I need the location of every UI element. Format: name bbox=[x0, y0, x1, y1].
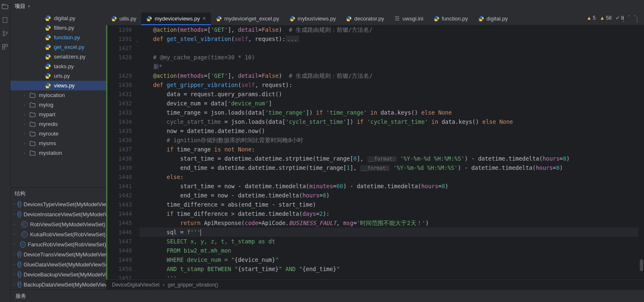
line-number[interactable]: 1435 bbox=[107, 126, 132, 136]
struct-item[interactable]: ›CKukaRobViewSet(RobViewSet) bbox=[10, 229, 106, 239]
bookmark-icon[interactable] bbox=[2, 17, 8, 23]
struct-item[interactable]: ›CGlueDataViewSet(MyModelViewSet) bbox=[10, 259, 106, 269]
line-number[interactable]: 1430 bbox=[107, 80, 132, 90]
line-number[interactable]: 1440 bbox=[107, 172, 132, 182]
code-line[interactable]: if time_difference > datetime.timedelta(… bbox=[139, 209, 638, 218]
line-number[interactable]: 1428 bbox=[107, 53, 132, 62]
tree-item-get_excel-py[interactable]: get_excel.py bbox=[10, 42, 106, 52]
code-line[interactable]: if time_range is not None: bbox=[139, 145, 638, 154]
project-header[interactable]: 项目 ▾ bbox=[10, 0, 644, 13]
expand-icon[interactable]: › bbox=[22, 132, 27, 136]
expand-icon[interactable]: › bbox=[14, 222, 19, 226]
tree-item-mystation[interactable]: ›mystation bbox=[10, 148, 106, 158]
tree-item-urls-py[interactable]: urls.py bbox=[10, 71, 106, 81]
line-number[interactable]: 1444 bbox=[107, 209, 132, 218]
breadcrumb[interactable]: DeviceDigitalViewSet › get_gripper_vibra… bbox=[106, 279, 644, 289]
tab-mydevice-views-py[interactable]: mydevice\views.py× bbox=[141, 13, 211, 25]
line-number[interactable]: 1429 bbox=[107, 71, 132, 80]
tab-decorator-py[interactable]: decorator.py bbox=[341, 13, 389, 25]
line-number[interactable]: 1431 bbox=[107, 90, 132, 99]
code-line[interactable]: now = datetime.datetime.now() bbox=[139, 126, 638, 136]
line-number[interactable]: 1451 bbox=[107, 274, 132, 279]
structure-icon-tool[interactable] bbox=[2, 44, 8, 50]
line-number[interactable]: 1445 bbox=[107, 218, 132, 228]
expand-icon[interactable]: › bbox=[22, 103, 27, 107]
gutter[interactable]: 1390›13911427142814291430143114321433143… bbox=[106, 25, 139, 279]
structure-list[interactable]: ›CDevicesTypeViewSet(MyModelViewSet)›CDe… bbox=[10, 199, 106, 289]
expand-icon[interactable]: › bbox=[22, 113, 27, 117]
struct-item[interactable]: ›CDeviceInstanceViewSet(MyModelViewSet) bbox=[10, 209, 106, 219]
line-number[interactable]: 1434 bbox=[107, 117, 132, 126]
expand-icon[interactable]: › bbox=[14, 232, 19, 236]
editor-scrollbar[interactable] bbox=[638, 25, 644, 279]
line-number[interactable]: 1450 bbox=[107, 264, 132, 274]
tree-item-tasks-py[interactable]: tasks.py bbox=[10, 61, 106, 71]
code-line[interactable]: time_difference = abs(end_time - start_t… bbox=[139, 200, 638, 209]
tree-item-function-py[interactable]: function.py bbox=[10, 33, 106, 42]
tree-item-myredis[interactable]: ›myredis bbox=[10, 119, 106, 129]
line-number[interactable]: 1441 bbox=[107, 182, 132, 191]
branch-icon[interactable] bbox=[2, 30, 8, 37]
struct-item[interactable]: ›CRobViewSet(MyModelViewSet) bbox=[10, 219, 106, 229]
tree-item-myroute[interactable]: ›myroute bbox=[10, 129, 106, 138]
struct-item[interactable]: ›CDeviceTransViewSet(MyModelViewSet) bbox=[10, 249, 106, 259]
tree-item-mylog[interactable]: ›mylog bbox=[10, 100, 106, 110]
line-number[interactable]: 1439 bbox=[107, 163, 132, 172]
code-line[interactable]: device_num = data['device_num'] bbox=[139, 99, 638, 108]
code-line[interactable]: time_range = json.loads(data['time_range… bbox=[139, 108, 638, 117]
line-number[interactable]: 1447 bbox=[107, 237, 132, 246]
breadcrumb-method[interactable]: get_gripper_vibration() bbox=[168, 282, 218, 288]
code-line[interactable]: 新* bbox=[139, 62, 638, 71]
line-number[interactable]: 1449 bbox=[107, 255, 132, 264]
code-line[interactable]: @action(methods=['GET'], detail=False) #… bbox=[139, 25, 638, 34]
code-line[interactable]: # @my_cache_page(time=30 * 10) bbox=[139, 53, 638, 62]
project-tree[interactable]: digital.pyfilters.pyfunction.pyget_excel… bbox=[10, 13, 106, 187]
tree-item-filters-py[interactable]: filters.py bbox=[10, 23, 106, 33]
expand-icon[interactable]: › bbox=[14, 202, 15, 206]
tab-utils-py[interactable]: utils.py bbox=[106, 13, 141, 25]
line-number[interactable]: 1442 bbox=[107, 191, 132, 200]
line-number[interactable] bbox=[107, 62, 132, 71]
expand-icon[interactable]: › bbox=[14, 252, 15, 256]
line-number[interactable]: 1391 bbox=[107, 34, 132, 44]
code-line[interactable]: data = request.query_params.dict() bbox=[139, 90, 638, 99]
struct-item[interactable]: ›CDevicesTypeViewSet(MyModelViewSet) bbox=[10, 199, 106, 209]
code-line[interactable]: sql = f''' bbox=[139, 228, 638, 237]
code-line[interactable]: start_time = now - datetime.timedelta(mi… bbox=[139, 182, 638, 191]
code-line[interactable]: SELECT x, y, z, t, t_stamp as dt bbox=[139, 237, 638, 246]
code-line[interactable]: start_time = datetime.datetime.strptime(… bbox=[139, 154, 638, 163]
code-line[interactable]: WHERE device_num = "{device_num}" bbox=[139, 255, 638, 264]
tree-item-mypart[interactable]: ›mypart bbox=[10, 110, 106, 119]
code-line[interactable]: def get_steel_vibration(self, request):.… bbox=[139, 34, 638, 44]
tree-item-mylocation[interactable]: ›mylocation bbox=[10, 90, 106, 100]
code-line[interactable]: @action(methods=['GET'], detail=False) #… bbox=[139, 71, 638, 80]
code-line[interactable]: else: bbox=[139, 172, 638, 182]
tab-function-py[interactable]: function.py bbox=[428, 13, 473, 25]
expand-icon[interactable]: › bbox=[14, 212, 15, 216]
scrollbar-thumb[interactable] bbox=[640, 259, 643, 271]
tree-item-serializers-py[interactable]: serializers.py bbox=[10, 52, 106, 61]
expand-icon[interactable]: › bbox=[14, 272, 15, 276]
expand-icon[interactable]: › bbox=[22, 93, 27, 97]
code-editor[interactable]: 1390›13911427142814291430143114321433143… bbox=[106, 25, 644, 279]
code-line[interactable]: ''' bbox=[139, 274, 638, 279]
tree-item-mysms[interactable]: ›mysms bbox=[10, 138, 106, 148]
code-line[interactable]: return ApiResponse(code=ApiCode.BUSINESS… bbox=[139, 218, 638, 228]
folder-icon[interactable] bbox=[2, 3, 8, 10]
line-number[interactable]: 1448 bbox=[107, 246, 132, 255]
tab-uwsgi-ini[interactable]: uwsgi.ini bbox=[389, 13, 428, 25]
line-number[interactable]: 1433 bbox=[107, 108, 132, 117]
tab-digital-py[interactable]: digital.py bbox=[473, 13, 513, 25]
struct-item[interactable]: ›CBackupDataViewSet(MyModelViewSet) bbox=[10, 279, 106, 289]
expand-icon[interactable]: › bbox=[22, 151, 27, 155]
code-line[interactable]: end_time = datetime.datetime.strptime(ti… bbox=[139, 163, 638, 172]
line-number[interactable]: 1436 bbox=[107, 136, 132, 145]
struct-item[interactable]: ›CDeviceBackupViewSet(MyModelViewSet) bbox=[10, 269, 106, 279]
line-number[interactable]: 1432 bbox=[107, 99, 132, 108]
tab-mydevice-get_excel-py[interactable]: mydevice\get_excel.py bbox=[211, 13, 284, 25]
breadcrumb-class[interactable]: DeviceDigitalViewSet bbox=[112, 282, 160, 288]
expand-icon[interactable]: › bbox=[14, 282, 15, 287]
code-line[interactable]: AND t_stamp BETWEEN "{start_time}" AND "… bbox=[139, 264, 638, 274]
code-line[interactable]: end_time = now - datetime.timedelta(hour… bbox=[139, 191, 638, 200]
fold-icon[interactable]: › bbox=[136, 37, 138, 46]
